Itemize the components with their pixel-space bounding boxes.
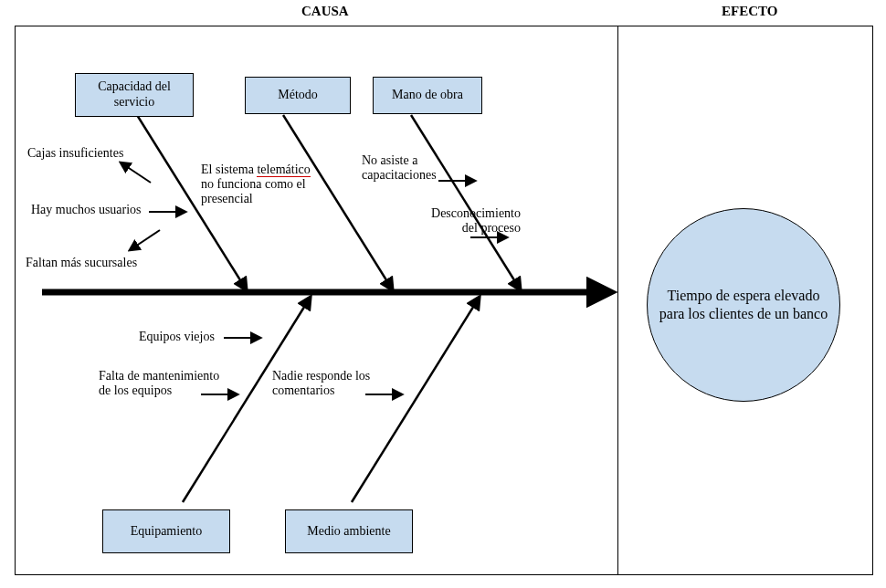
svg-line-4 <box>183 297 311 502</box>
category-mano: Mano de obra <box>373 77 482 114</box>
text-part: Desconocimiento <box>431 206 521 220</box>
category-metodo: Método <box>245 77 351 114</box>
text-part: No asiste a <box>362 153 417 167</box>
cause-desconocimiento: Desconocimiento del proceso <box>393 206 521 236</box>
text-part: del proceso <box>462 221 521 235</box>
cause-cajas-insuficientes: Cajas insuficientes <box>27 146 123 161</box>
underlined-word: telemático <box>257 163 310 177</box>
cause-muchos-usuarios: Hay muchos usuarios <box>31 203 142 217</box>
cause-sucursales: Faltan más sucursales <box>26 256 137 270</box>
text-part: no funciona como el <box>201 177 306 191</box>
svg-line-8 <box>130 230 160 250</box>
cause-mantenimiento: Falta de mantenimiento de los equipos <box>99 369 254 398</box>
text-part: de los equipos <box>99 383 172 397</box>
text-part: Nadie responde los <box>272 369 370 383</box>
effect-circle: Tiempo de espera elevado para los client… <box>647 208 840 402</box>
cause-capacitaciones: No asiste a capacitaciones <box>362 153 471 183</box>
cause-nadie-responde: Nadie responde los comentarios <box>272 369 409 398</box>
category-label: Equipamiento <box>131 524 203 540</box>
svg-line-5 <box>352 297 480 502</box>
effect-text: Tiempo de espera elevado para los client… <box>657 287 830 323</box>
category-medio: Medio ambiente <box>285 509 413 553</box>
diagram-container: CAUSA EFECTO <box>0 0 886 588</box>
svg-line-3 <box>411 115 521 290</box>
cause-equipos-viejos: Equipos viejos <box>139 330 215 344</box>
category-capacidad: Capacidad del servicio <box>75 73 194 117</box>
category-label: Medio ambiente <box>307 524 390 540</box>
category-equipamiento: Equipamiento <box>102 509 230 553</box>
category-label: Método <box>278 88 318 103</box>
cause-telematico: El sistema telemático no funciona como e… <box>201 163 365 206</box>
text-part: comentarios <box>272 383 334 397</box>
svg-line-6 <box>121 163 151 183</box>
category-label: Capacidad del servicio <box>79 79 189 110</box>
text-part: Falta de mantenimiento <box>99 369 219 383</box>
text-part: El sistema <box>201 163 257 176</box>
category-label: Mano de obra <box>392 88 463 103</box>
text-part: capacitaciones <box>362 168 437 182</box>
text-part: presencial <box>201 192 253 205</box>
